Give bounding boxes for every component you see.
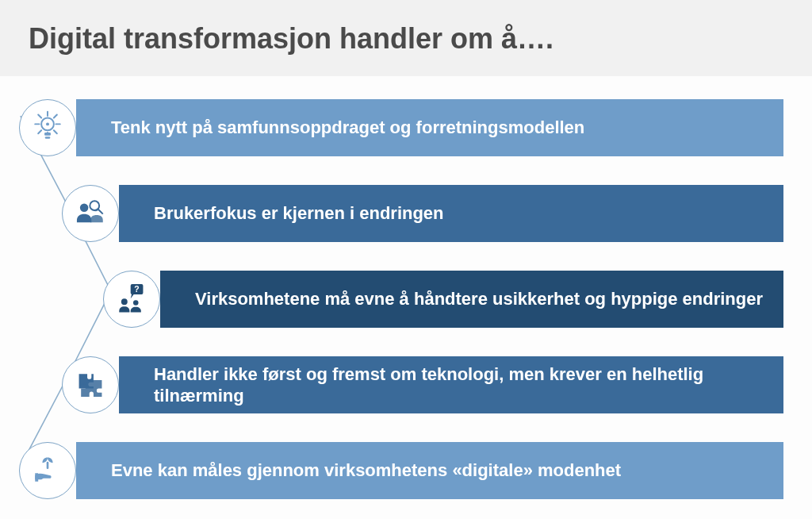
item-icon-circle — [62, 356, 119, 413]
lightbulb-icon — [31, 110, 64, 146]
item-text: Brukerfokus er kjernen i endringen — [154, 202, 444, 225]
svg-line-6 — [38, 115, 41, 118]
diagram-row: Handler ikke først og fremst om teknolog… — [29, 346, 783, 424]
item-text: Evne kan måles gjennom virksomhetens «di… — [111, 459, 621, 482]
item-text: Virksomhetene må evne å håndtere usikker… — [195, 288, 763, 310]
item-text: Handler ikke først og fremst om teknolog… — [154, 363, 768, 407]
item-bar: Handler ikke først og fremst om teknolog… — [119, 356, 783, 413]
diagram-content: Tenk nytt på samfunnsoppdraget og forret… — [0, 76, 812, 519]
svg-rect-11 — [45, 136, 51, 139]
diagram-row: Brukerfokus er kjernen i endringen — [29, 175, 783, 252]
item-icon-circle — [62, 185, 119, 242]
item-icon-circle — [19, 99, 76, 156]
item-bar: Brukerfokus er kjernen i endringen — [119, 185, 783, 242]
users-search-icon — [74, 195, 107, 232]
diagram-row: Evne kan måles gjennom virksomhetens «di… — [29, 432, 783, 509]
svg-rect-10 — [44, 133, 51, 136]
diagram-row: Virksomhetene må evne å håndtere usikker… — [29, 260, 783, 338]
svg-point-17 — [133, 300, 139, 306]
item-icon-circle: ? — [103, 271, 160, 328]
svg-line-15 — [98, 210, 103, 214]
item-bar: Tenk nytt på samfunnsoppdraget og forret… — [76, 99, 783, 156]
svg-rect-20 — [47, 462, 49, 469]
item-bar: Virksomhetene må evne å håndtere usikker… — [160, 271, 783, 328]
slide-title: Digital transformasjon handler om å…. — [29, 22, 783, 56]
svg-point-12 — [80, 204, 89, 213]
svg-point-16 — [121, 298, 128, 305]
svg-point-14 — [90, 201, 99, 210]
svg-line-8 — [38, 130, 41, 133]
svg-line-7 — [54, 115, 57, 118]
item-text: Tenk nytt på samfunnsoppdraget og forret… — [111, 117, 584, 139]
svg-text:?: ? — [134, 284, 139, 294]
svg-line-9 — [54, 130, 57, 133]
item-bar: Evne kan måles gjennom virksomhetens «di… — [76, 442, 783, 499]
item-icon-circle — [19, 442, 76, 499]
puzzle-icon — [74, 367, 107, 403]
slide-header: Digital transformasjon handler om å…. — [0, 0, 812, 76]
svg-point-1 — [46, 122, 49, 125]
diagram-row: Tenk nytt på samfunnsoppdraget og forret… — [29, 89, 783, 167]
question-people-icon: ? — [115, 281, 148, 317]
growth-hand-icon — [31, 452, 64, 489]
